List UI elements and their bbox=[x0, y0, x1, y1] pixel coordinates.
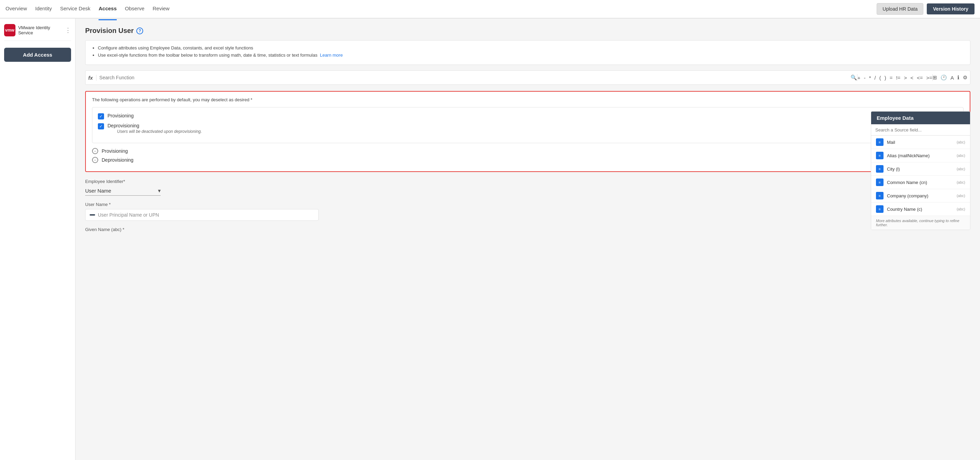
radio-provisioning[interactable] bbox=[92, 148, 98, 154]
emp-field-type: (abc) bbox=[957, 207, 965, 211]
op-minus[interactable]: - bbox=[864, 75, 865, 81]
deprovisioning-checkbox[interactable] bbox=[98, 123, 104, 129]
emp-list-item[interactable]: ≡ Mail (abc) bbox=[871, 135, 970, 149]
nav-overview[interactable]: Overview bbox=[5, 0, 27, 20]
deprovisioning-checkbox-row: Deprovisioning Users will be deactivated… bbox=[98, 123, 958, 134]
emp-field-icon: ≡ bbox=[876, 138, 883, 146]
op-not-equals[interactable]: != bbox=[896, 75, 900, 81]
info-line-1: Configure attributes using Employee Data… bbox=[98, 45, 964, 51]
emp-field-name: Common Name (cn) bbox=[887, 180, 953, 185]
emp-field-type: (abc) bbox=[957, 194, 965, 198]
emp-list-item[interactable]: ≡ City (l) (abc) bbox=[871, 162, 970, 176]
emp-list-item[interactable]: ≡ Alias (mailNickName) (abc) bbox=[871, 149, 970, 162]
toolbar-operators: + - * / ( ) = != > < <= >= bbox=[858, 75, 932, 81]
op-gte[interactable]: >= bbox=[926, 75, 932, 81]
main-layout: vmw VMware Identity Service ⋮ Add Access… bbox=[0, 19, 980, 460]
upload-hr-data-button[interactable]: Upload HR Data bbox=[877, 3, 923, 15]
op-lparen[interactable]: ( bbox=[880, 75, 881, 81]
nav-review[interactable]: Review bbox=[153, 0, 170, 20]
emp-field-icon: ≡ bbox=[876, 178, 883, 186]
info-line-2: Use excel-style functions from the toolb… bbox=[98, 53, 964, 58]
sidebar-brand: vmw VMware Identity Service ⋮ bbox=[4, 24, 71, 41]
grid-icon[interactable]: ⊞ bbox=[932, 75, 937, 81]
search-icon[interactable]: 🔍 bbox=[851, 75, 857, 81]
add-access-button[interactable]: Add Access bbox=[4, 48, 71, 62]
radio-provisioning-label: Provisioning bbox=[102, 148, 128, 154]
radio-deprovisioning-label: Deprovisioning bbox=[102, 157, 134, 163]
employee-identifier-value: User Name bbox=[85, 188, 111, 194]
top-navigation: Overview Identity Service Desk Access Ob… bbox=[0, 0, 980, 19]
radio-provisioning-row: Provisioning bbox=[92, 148, 964, 154]
emp-list-item[interactable]: ≡ Company (company) (abc) bbox=[871, 189, 970, 202]
emp-field-name: Mail bbox=[887, 140, 953, 145]
nav-identity[interactable]: Identity bbox=[35, 0, 52, 20]
given-name-group: Given Name (abc) * bbox=[85, 227, 970, 232]
emp-search-input[interactable] bbox=[875, 127, 966, 132]
employee-data-panel: Employee Data ≡ Mail (abc) ≡ Alias (mail… bbox=[871, 111, 970, 230]
main-content: Provision User ? Configure attributes us… bbox=[76, 19, 980, 460]
emp-field-type: (abc) bbox=[957, 180, 965, 185]
emp-search bbox=[871, 124, 970, 135]
emp-footer: More attributes available, continue typi… bbox=[871, 216, 970, 230]
emp-field-type: (abc) bbox=[957, 153, 965, 158]
employee-identifier-label: Employee Identifier* bbox=[85, 179, 970, 184]
operations-note: The following operations are performed b… bbox=[92, 97, 964, 102]
emp-field-icon: ≡ bbox=[876, 192, 883, 199]
info-box: Configure attributes using Employee Data… bbox=[85, 40, 970, 65]
sidebar: vmw VMware Identity Service ⋮ Add Access bbox=[0, 19, 76, 460]
select-arrow-icon: ▾ bbox=[158, 188, 161, 194]
text-icon[interactable]: A bbox=[950, 75, 954, 81]
op-lte[interactable]: <= bbox=[917, 75, 923, 81]
clock-icon[interactable]: 🕐 bbox=[940, 75, 947, 81]
op-lt[interactable]: < bbox=[910, 75, 913, 81]
username-group: User Name * User Principal Name or UPN bbox=[85, 202, 970, 221]
username-input-row: User Principal Name or UPN bbox=[85, 209, 319, 221]
info-icon[interactable]: ℹ bbox=[957, 75, 959, 81]
op-multiply[interactable]: * bbox=[869, 75, 871, 81]
emp-field-name: Country Name (c) bbox=[887, 207, 953, 212]
nav-service-desk[interactable]: Service Desk bbox=[60, 0, 90, 20]
emp-list-item[interactable]: ≡ Country Name (c) (abc) bbox=[871, 202, 970, 216]
nav-items: Overview Identity Service Desk Access Ob… bbox=[5, 0, 170, 20]
radio-deprovisioning[interactable] bbox=[92, 157, 98, 163]
emp-list-item[interactable]: ≡ Common Name (cn) (abc) bbox=[871, 176, 970, 189]
page-title-row: Provision User ? bbox=[85, 27, 970, 35]
emp-field-name: City (l) bbox=[887, 167, 953, 172]
deprovisioning-checkbox-label: Deprovisioning bbox=[108, 123, 139, 128]
sidebar-more-icon[interactable]: ⋮ bbox=[65, 26, 71, 34]
provisioning-checkbox[interactable] bbox=[98, 113, 104, 119]
operations-inner: Provisioning Deprovisioning Users will b… bbox=[92, 107, 964, 143]
op-rparen[interactable]: ) bbox=[885, 75, 886, 81]
page-title: Provision User bbox=[85, 27, 134, 35]
emp-items-list: ≡ Mail (abc) ≡ Alias (mailNickName) (abc… bbox=[871, 135, 970, 216]
employee-identifier-group: Employee Identifier* User Name ▾ bbox=[85, 179, 970, 196]
op-divide[interactable]: / bbox=[875, 75, 876, 81]
radio-deprovisioning-row: Deprovisioning bbox=[92, 157, 964, 163]
op-gt[interactable]: > bbox=[904, 75, 907, 81]
emp-field-icon: ≡ bbox=[876, 165, 883, 173]
version-history-button[interactable]: Version History bbox=[927, 3, 975, 14]
learn-more-link[interactable]: Learn more bbox=[320, 53, 343, 58]
username-tag[interactable] bbox=[90, 214, 95, 216]
settings-icon[interactable]: ⚙ bbox=[963, 75, 967, 81]
provisioning-checkbox-row: Provisioning bbox=[98, 113, 958, 119]
help-icon[interactable]: ? bbox=[136, 27, 143, 34]
fx-label: fx bbox=[88, 75, 97, 81]
given-name-label: Given Name (abc) * bbox=[85, 227, 970, 232]
formula-bar: fx 🔍 + - * / ( ) = != > < <= >= ⊞ 🕐 bbox=[85, 70, 970, 85]
search-function-input[interactable] bbox=[99, 75, 851, 80]
brand-name-label: VMware Identity Service bbox=[18, 25, 62, 35]
emp-field-type: (abc) bbox=[957, 140, 965, 144]
operations-box: The following operations are performed b… bbox=[85, 91, 970, 172]
employee-identifier-select[interactable]: User Name ▾ bbox=[85, 186, 161, 196]
op-equals[interactable]: = bbox=[890, 75, 893, 81]
nav-access[interactable]: Access bbox=[99, 0, 117, 20]
deprovisioning-note: Users will be deactivated upon deprovisi… bbox=[117, 129, 202, 134]
emp-field-type: (abc) bbox=[957, 167, 965, 171]
emp-field-name: Company (company) bbox=[887, 193, 953, 198]
op-plus[interactable]: + bbox=[858, 75, 861, 81]
toolbar-icons: ⊞ 🕐 A ℹ ⚙ bbox=[932, 75, 967, 81]
emp-field-name: Alias (mailNickName) bbox=[887, 153, 953, 158]
emp-field-icon: ≡ bbox=[876, 205, 883, 213]
nav-observe[interactable]: Observe bbox=[125, 0, 145, 20]
